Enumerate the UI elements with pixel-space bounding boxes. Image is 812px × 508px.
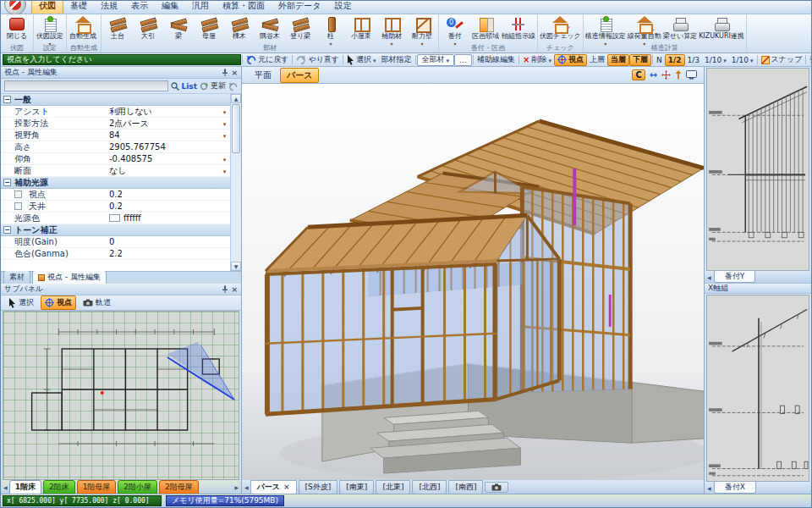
scroll-down-icon[interactable] bbox=[231, 262, 241, 271]
color-swatch[interactable] bbox=[109, 214, 120, 222]
property-row-projection[interactable]: 投影方法2点パース bbox=[1, 118, 230, 130]
menu-tab-hyouji[interactable]: 表示 bbox=[124, 0, 155, 14]
history-icon[interactable] bbox=[228, 82, 238, 91]
menu-tab-settei[interactable]: 設定 bbox=[327, 0, 358, 14]
property-row-fov[interactable]: 視野角84 bbox=[1, 130, 230, 141]
tab-perspective-view[interactable]: パース bbox=[280, 68, 319, 83]
collapse-icon[interactable] bbox=[3, 179, 11, 186]
scale-n-button[interactable]: N bbox=[654, 54, 665, 66]
menu-tab-houki[interactable]: 法規 bbox=[94, 0, 124, 14]
3d-perspective-canvas[interactable] bbox=[242, 84, 704, 480]
menu-tab-gaibu-data[interactable]: 外部データ bbox=[272, 0, 327, 14]
view-tab-southeast[interactable]: [南東] bbox=[339, 480, 374, 494]
upper-layer-button[interactable]: 上層 bbox=[587, 54, 607, 66]
pan-horizontal-icon[interactable] bbox=[650, 69, 657, 80]
menu-tab-henshu[interactable]: 編集 bbox=[155, 0, 185, 14]
view-tab-southwest[interactable]: [南西] bbox=[448, 480, 483, 494]
all-members-dropdown[interactable]: 全部材 bbox=[417, 54, 455, 66]
floor-tab-2f-purlin[interactable]: 2階母屋 bbox=[159, 480, 199, 494]
rotate-tool-icon[interactable] bbox=[632, 69, 645, 80]
scroll-thumb[interactable] bbox=[232, 104, 240, 153]
property-row-light-viewpoint[interactable]: 視点0.2 bbox=[1, 189, 230, 201]
update-button[interactable]: 更新 bbox=[211, 80, 226, 91]
collapse-icon[interactable] bbox=[3, 226, 11, 234]
floor-tab-1f-floor[interactable]: 1階床 bbox=[9, 480, 41, 494]
refresh-icon[interactable] bbox=[200, 82, 208, 91]
tab-material[interactable]: 素材 bbox=[3, 270, 30, 284]
snap-button[interactable]: スナップ bbox=[759, 54, 805, 66]
ribbon-item-close[interactable]: 閉じる bbox=[2, 15, 32, 40]
close-panel-icon[interactable] bbox=[231, 285, 238, 294]
attribute-search-input[interactable] bbox=[4, 80, 168, 91]
menu-tab-fusezu[interactable]: 伏図 bbox=[31, 0, 63, 14]
section-tone[interactable]: トーン補正 bbox=[1, 224, 230, 236]
menu-tab-sekisan-zumen[interactable]: 積算・図面 bbox=[216, 0, 272, 14]
property-row-assist[interactable]: アシスト利用しない bbox=[1, 106, 230, 118]
floor-tab-2f-roof[interactable]: 2階小屋 bbox=[118, 480, 157, 494]
tab-numbering-x[interactable]: 番付X bbox=[714, 482, 756, 494]
pin-icon[interactable] bbox=[222, 69, 228, 76]
subpanel-viewpoint-toggle[interactable]: 視点 bbox=[41, 295, 76, 310]
property-row-light-color[interactable]: 光源色ffffff bbox=[1, 213, 230, 224]
property-row-height[interactable]: 高さ2905.767754 bbox=[1, 141, 230, 153]
property-row-gamma[interactable]: 色合(Ganma)2.2 bbox=[1, 248, 230, 260]
scale-tenth-dropdown-b[interactable]: 1/10 bbox=[729, 54, 756, 66]
property-row-light-ceiling[interactable]: 天井0.2 bbox=[1, 201, 230, 213]
aux-line-edit-button[interactable]: 補助線編集 bbox=[475, 54, 518, 66]
tab-scroll-right-icon[interactable] bbox=[234, 483, 239, 491]
search-icon[interactable] bbox=[171, 82, 179, 91]
monitor-icon[interactable] bbox=[686, 70, 697, 80]
undo-button[interactable]: 元に戻す bbox=[244, 54, 291, 66]
redo-button[interactable]: やり直す bbox=[294, 54, 342, 66]
view-tab-northwest[interactable]: [北西] bbox=[412, 480, 447, 494]
tab-viewpoint-attributes[interactable]: 視点 - 属性編集 bbox=[32, 270, 107, 284]
app-logo-button[interactable] bbox=[4, 0, 26, 15]
current-layer-toggle[interactable]: 当層 bbox=[607, 54, 629, 66]
select-button[interactable]: 選択 bbox=[344, 54, 379, 66]
checkbox[interactable] bbox=[14, 202, 22, 210]
subpanel-orbit-button[interactable]: 軌道 bbox=[80, 296, 114, 309]
floor-plan-minimap[interactable] bbox=[3, 311, 239, 480]
view-tab-perspective[interactable]: パース× bbox=[250, 480, 297, 494]
pan-move-icon[interactable] bbox=[661, 70, 671, 80]
tab-scroll-left-icon[interactable] bbox=[707, 273, 711, 281]
dropdown-caret-icon[interactable] bbox=[219, 154, 230, 163]
more-button[interactable] bbox=[454, 54, 472, 66]
dropdown-caret-icon[interactable] bbox=[219, 107, 230, 116]
dropdown-caret-icon[interactable] bbox=[219, 119, 230, 128]
menu-tab-hanyou[interactable]: 汎用 bbox=[185, 0, 216, 14]
walk-tool-icon[interactable] bbox=[675, 70, 682, 80]
collapse-icon[interactable] bbox=[3, 96, 11, 103]
dropdown-caret-icon[interactable] bbox=[219, 130, 230, 140]
property-row-elevation-angle[interactable]: 仰角-0.408575 bbox=[1, 153, 230, 165]
checkbox[interactable] bbox=[14, 190, 22, 198]
strong-input-button[interactable]: 強入力 bbox=[807, 54, 812, 66]
subpanel-select-button[interactable]: 選択 bbox=[5, 296, 37, 309]
scrollbar-vertical[interactable] bbox=[230, 94, 241, 271]
delete-button[interactable]: 削除 bbox=[520, 54, 554, 66]
scale-tenth-dropdown-a[interactable]: 1/10 bbox=[702, 54, 729, 66]
elevation-view-y[interactable] bbox=[706, 68, 809, 271]
scale-third-button[interactable]: 1/3 bbox=[685, 54, 702, 66]
scroll-up-icon[interactable] bbox=[231, 94, 241, 103]
tab-numbering-y[interactable]: 番付Y bbox=[714, 271, 756, 283]
tab-plan-view[interactable]: 平面 bbox=[249, 69, 277, 82]
menu-tab-kiso[interactable]: 基礎 bbox=[63, 0, 94, 14]
close-panel-icon[interactable] bbox=[231, 69, 238, 77]
section-aux-light[interactable]: 補助光源 bbox=[1, 177, 230, 189]
section-general[interactable]: 一般 bbox=[1, 94, 230, 106]
elevation-view-x[interactable] bbox=[706, 295, 809, 482]
view-tab-envelope[interactable]: [S外皮] bbox=[299, 480, 338, 494]
member-pick-button[interactable]: 部材指定 bbox=[379, 54, 414, 66]
tab-scroll-left-icon[interactable] bbox=[244, 483, 249, 491]
viewpoint-toggle[interactable]: 視点 bbox=[554, 54, 587, 66]
close-tab-icon[interactable]: × bbox=[283, 483, 290, 491]
floor-tab-2f-floor[interactable]: 2階床 bbox=[43, 480, 75, 494]
property-row-section-cut[interactable]: 断面なし bbox=[1, 165, 230, 177]
tab-scroll-left-icon[interactable] bbox=[707, 483, 711, 492]
floor-tab-1f-purlin[interactable]: 1階母屋 bbox=[77, 480, 117, 494]
list-button[interactable]: List bbox=[182, 82, 197, 91]
scale-half-toggle[interactable]: 1/2 bbox=[665, 54, 685, 66]
view-tab-northeast[interactable]: [北東] bbox=[376, 480, 410, 494]
lower-layer-toggle[interactable]: 下層 bbox=[629, 54, 651, 66]
